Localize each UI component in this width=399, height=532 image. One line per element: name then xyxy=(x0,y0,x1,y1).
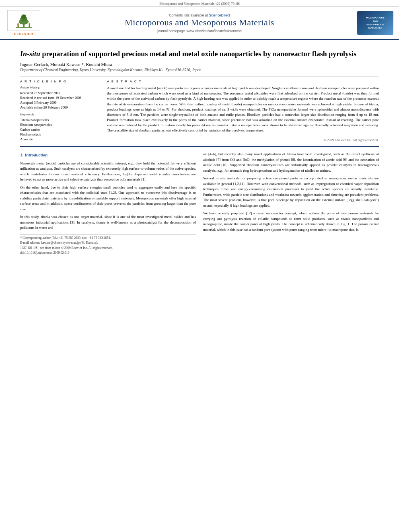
keyword-4: Flash pyrolysis xyxy=(20,132,101,136)
intro-title: Introduction xyxy=(25,152,47,157)
journal-banner: ELSEVIER Contents lists available at Sci… xyxy=(0,7,399,40)
article-title: In-situ preparation of supported preciou… xyxy=(20,49,379,59)
available-date: Available online 20 February 2009 xyxy=(20,105,101,109)
elsevier-wordmark: ELSEVIER xyxy=(14,32,33,36)
journal-title: Microporous and Mesoporous Materials xyxy=(46,17,353,28)
svg-point-7 xyxy=(29,23,30,25)
intro-section-title: 1. Introduction xyxy=(20,152,196,158)
keyword-3: Carbon carrier xyxy=(20,127,101,131)
elsevier-logo-box xyxy=(7,10,40,31)
journal-header-bar: Microporous and Mesoporous Materials 122… xyxy=(0,0,399,7)
right-paragraph-1: air [4–6], but recently also many novel … xyxy=(203,152,379,173)
right-column: air [4–6], but recently also many novel … xyxy=(203,152,379,256)
section-divider xyxy=(20,146,379,147)
received-2: Received in revised form 19 December 200… xyxy=(20,96,101,100)
keywords-label: Keywords: xyxy=(20,113,101,116)
keyword-5: Alkoxide xyxy=(20,137,101,141)
copyright-line: © 2009 Elsevier Inc. All rights reserved… xyxy=(107,136,379,142)
footnote-doi: doi:10.1016/j.micromeso.2009.02.019 xyxy=(20,251,196,255)
svg-rect-6 xyxy=(18,25,19,27)
journal-volume-info: Microporous and Mesoporous Materials 122… xyxy=(159,2,240,6)
journal-logo-right-text: MICROPOROUSANDMESOPOROUSMATERIALS xyxy=(364,14,386,31)
intro-paragraph-2: On the other hand, due to their high sur… xyxy=(20,185,196,212)
sciencedirect-link[interactable]: ScienceDirect xyxy=(209,13,230,17)
right-paragraph-2: Several in situ methods for preparing ac… xyxy=(203,176,379,208)
received-1: Received 27 September 2007 xyxy=(20,91,101,95)
svg-point-5 xyxy=(17,23,19,25)
intro-number: 1. xyxy=(20,152,23,157)
article-authors: Ingmar Gerlach, Motoaki Kawase *, Kouich… xyxy=(20,62,379,67)
keywords-section: Keywords: Titania nanoparticles Rhodium … xyxy=(20,113,101,141)
svg-rect-4 xyxy=(16,27,32,28)
intro-paragraph-3: In this study, titania was chosen as one… xyxy=(20,214,196,231)
article-info-column: A R T I C L E I N F O Article history: R… xyxy=(20,80,101,142)
article-body: 1. Introduction Nanoscale metal (oxide) … xyxy=(20,152,379,256)
svg-point-3 xyxy=(21,14,26,18)
article-affiliation: Department of Chemical Engineering, Kyot… xyxy=(20,68,379,72)
abstract-heading: A B S T R A C T xyxy=(107,80,379,83)
keyword-1: Titania nanoparticles xyxy=(20,118,101,122)
article-info-heading: A R T I C L E I N F O xyxy=(20,80,101,83)
abstract-text: A novel method for loading metal (oxide)… xyxy=(107,86,379,133)
accepted-date: Accepted 3 February 2009 xyxy=(20,101,101,105)
sciencedirect-notice: Contents lists available at ScienceDirec… xyxy=(46,13,353,17)
journal-homepage: journal homepage: www.elsevier.com/locat… xyxy=(46,29,353,33)
intro-paragraph-1: Nanoscale metal (oxide) particles are of… xyxy=(20,161,196,183)
elsevier-logo: ELSEVIER xyxy=(6,10,42,36)
abstract-column: A B S T R A C T A novel method for loadi… xyxy=(107,80,379,142)
svg-rect-8 xyxy=(29,25,30,27)
left-column: 1. Introduction Nanoscale metal (oxide) … xyxy=(20,152,196,256)
keyword-2: Rhodium nanoparticles xyxy=(20,123,101,127)
contents-available-label: Contents lists available at xyxy=(169,13,208,17)
article-meta-section: A R T I C L E I N F O Article history: R… xyxy=(20,76,379,142)
footnote-issn: 1387-181 1/$ - see front matter © 2009 E… xyxy=(20,246,196,250)
journal-logo-right: MICROPOROUSANDMESOPOROUSMATERIALS xyxy=(357,11,393,35)
title-italic-part: In-situ xyxy=(20,50,40,58)
journal-center: Contents lists available at ScienceDirec… xyxy=(42,13,357,33)
right-paragraph-3: We have recently proposed [12] a novel n… xyxy=(203,211,379,232)
footnote-section: * Corresponding author. Tel.: +81 75 383… xyxy=(20,234,196,255)
history-label: Article history: xyxy=(20,86,101,89)
footnote-corresponding: * Corresponding author. Tel.: +81 75 383… xyxy=(20,236,196,240)
footnote-email: E-mail address: kawase@cheme.kyoto-u.ac.… xyxy=(20,241,196,245)
title-rest: preparation of supported precious metal … xyxy=(40,50,356,58)
article-content: In-situ preparation of supported preciou… xyxy=(0,40,399,264)
